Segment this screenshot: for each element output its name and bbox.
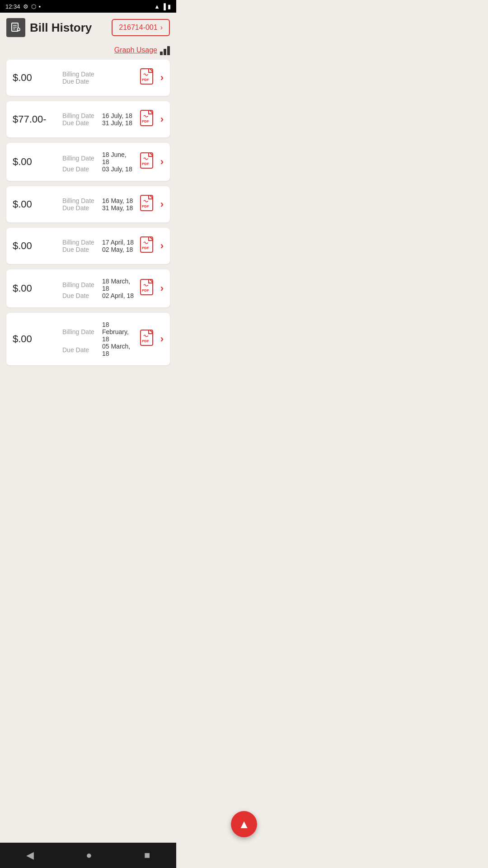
bill-chevron-icon[interactable]: ›: [160, 333, 164, 345]
bill-chevron-icon[interactable]: ›: [160, 198, 164, 210]
billing-date-row: Billing Date 18 February, 18: [62, 321, 135, 343]
bar-2: [164, 49, 166, 55]
pdf-button[interactable]: PDF: [140, 194, 157, 214]
due-date-label: Due Date: [62, 119, 99, 127]
due-date-row: Due Date: [62, 78, 135, 85]
due-date-label: Due Date: [62, 292, 99, 299]
bar-1: [160, 52, 163, 55]
due-date-label: Due Date: [62, 78, 99, 85]
account-button[interactable]: 216714-001 ›: [112, 19, 170, 36]
bill-dates: Billing Date 18 February, 18 Due Date 05…: [58, 321, 140, 357]
bill-item[interactable]: $.00 Billing Date Due Date PDF: [6, 60, 170, 96]
pdf-button[interactable]: PDF: [140, 278, 157, 298]
bill-item[interactable]: $.00 Billing Date 17 April, 18 Due Date …: [6, 228, 170, 264]
bill-dates: Billing Date 18 June, 18 Due Date 03 Jul…: [58, 151, 140, 173]
due-date-label: Due Date: [62, 165, 99, 173]
bill-chevron-icon[interactable]: ›: [160, 156, 164, 168]
due-date-label: Due Date: [62, 246, 99, 253]
bill-actions: PDF ›: [140, 152, 164, 172]
bill-chevron-icon[interactable]: ›: [160, 113, 164, 125]
due-date-row: Due Date 02 May, 18: [62, 246, 135, 253]
billing-date-row: Billing Date 17 April, 18: [62, 239, 135, 246]
bar-3: [167, 46, 170, 55]
billing-date-value: 18 June, 18: [102, 151, 135, 165]
due-date-row: Due Date 03 July, 18: [62, 165, 135, 173]
bill-actions: PDF ›: [140, 278, 164, 298]
nav-bar: ◀ ● ■: [0, 843, 176, 868]
due-date-label: Due Date: [62, 346, 99, 354]
bill-chevron-icon[interactable]: ›: [160, 283, 164, 294]
bill-dates: Billing Date Due Date: [58, 71, 140, 85]
pdf-button[interactable]: PDF: [140, 68, 157, 88]
due-date-label: Due Date: [62, 204, 99, 212]
billing-date-value: 16 July, 18: [102, 112, 132, 119]
billing-date-row: Billing Date 16 May, 18: [62, 197, 135, 204]
bar-chart-icon: [160, 45, 170, 55]
bill-item[interactable]: $.00 Billing Date 16 May, 18 Due Date 31…: [6, 186, 170, 222]
due-date-value: 02 May, 18: [102, 246, 133, 253]
svg-text:PDF: PDF: [142, 162, 149, 166]
billing-date-label: Billing Date: [62, 239, 99, 246]
home-button[interactable]: ●: [86, 849, 92, 861]
bill-icon: $: [6, 18, 25, 37]
bill-actions: PDF ›: [140, 68, 164, 88]
graph-usage-row: Graph Usage: [0, 42, 176, 60]
page-title: Bill History: [30, 21, 92, 35]
bill-dates: Billing Date 17 April, 18 Due Date 02 Ma…: [58, 239, 140, 253]
pdf-button[interactable]: PDF: [140, 329, 157, 349]
billing-date-label: Billing Date: [62, 112, 99, 119]
bill-actions: PDF ›: [140, 329, 164, 349]
recent-apps-button[interactable]: ■: [144, 849, 150, 861]
bill-actions: PDF ›: [140, 194, 164, 214]
billing-date-row: Billing Date 16 July, 18: [62, 112, 135, 119]
bill-amount: $.00: [13, 283, 58, 294]
battery-icon: ▮: [168, 3, 171, 10]
svg-text:PDF: PDF: [142, 119, 149, 123]
shield-icon: ⬡: [31, 3, 36, 10]
billing-date-label: Billing Date: [62, 328, 99, 335]
billing-date-label: Billing Date: [62, 281, 99, 288]
due-date-value: 31 May, 18: [102, 204, 133, 212]
billing-date-value: 18 March, 18: [102, 278, 135, 292]
billing-date-row: Billing Date 18 March, 18: [62, 278, 135, 292]
bill-dates: Billing Date 16 July, 18 Due Date 31 Jul…: [58, 112, 140, 127]
settings-icon: ⚙: [23, 3, 28, 10]
status-time: 12:34: [5, 3, 20, 10]
signal-icon: ▐: [162, 3, 166, 10]
bill-amount: $.00: [13, 156, 58, 168]
back-button[interactable]: ◀: [26, 849, 34, 861]
header: $ Bill History 216714-001 ›: [0, 13, 176, 42]
due-date-value: 02 April, 18: [102, 292, 134, 299]
bill-amount: $.00: [13, 72, 58, 84]
clipboard-icon: ▪: [39, 3, 41, 10]
bill-item[interactable]: $.00 Billing Date 18 February, 18 Due Da…: [6, 313, 170, 365]
bill-item[interactable]: $.00 Billing Date 18 March, 18 Due Date …: [6, 269, 170, 307]
svg-text:PDF: PDF: [142, 78, 149, 82]
billing-date-label: Billing Date: [62, 155, 99, 162]
bill-item[interactable]: $77.00- Billing Date 16 July, 18 Due Dat…: [6, 101, 170, 137]
graph-usage-link[interactable]: Graph Usage: [114, 46, 157, 54]
bill-dates: Billing Date 18 March, 18 Due Date 02 Ap…: [58, 278, 140, 299]
svg-text:PDF: PDF: [142, 246, 149, 250]
due-date-row: Due Date 05 March, 18: [62, 343, 135, 357]
pdf-button[interactable]: PDF: [140, 109, 157, 129]
bill-item[interactable]: $.00 Billing Date 18 June, 18 Due Date 0…: [6, 143, 170, 181]
svg-text:PDF: PDF: [142, 204, 149, 208]
due-date-value: 03 July, 18: [102, 165, 132, 173]
bill-chevron-icon[interactable]: ›: [160, 72, 164, 84]
due-date-row: Due Date 02 April, 18: [62, 292, 135, 299]
status-bar: 12:34 ⚙ ⬡ ▪ ▲ ▐ ▮: [0, 0, 176, 13]
wifi-icon: ▲: [154, 3, 160, 10]
account-number: 216714-001: [119, 24, 157, 32]
bill-amount: $77.00-: [13, 113, 58, 125]
bill-actions: PDF ›: [140, 109, 164, 129]
pdf-button[interactable]: PDF: [140, 236, 157, 256]
bill-chevron-icon[interactable]: ›: [160, 240, 164, 252]
pdf-button[interactable]: PDF: [140, 152, 157, 172]
bill-dates: Billing Date 16 May, 18 Due Date 31 May,…: [58, 197, 140, 212]
billing-date-value: 16 May, 18: [102, 197, 133, 204]
billing-date-value: 18 February, 18: [102, 321, 135, 343]
svg-text:PDF: PDF: [142, 288, 149, 292]
bill-amount: $.00: [13, 240, 58, 252]
bill-amount: $.00: [13, 333, 58, 345]
